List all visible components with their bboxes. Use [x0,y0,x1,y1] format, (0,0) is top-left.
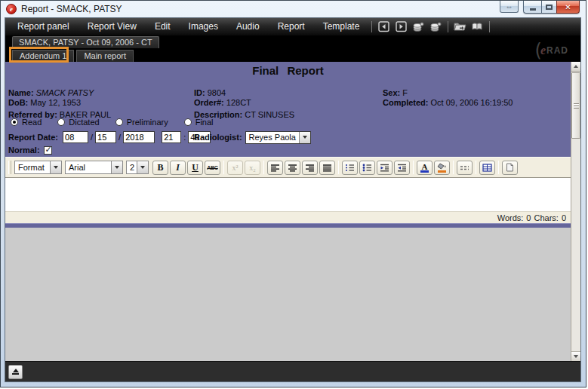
align-right-button[interactable] [302,161,318,175]
menu-report-panel[interactable]: Report panel [8,18,79,35]
font-size-value: 2 [127,163,137,172]
patient-info-column-1: Name: SMACK PATSY DoB: May 12, 1953 Refe… [8,88,111,120]
radiologist-select[interactable]: Reyes Paola [245,131,311,144]
menu-edit[interactable]: Edit [146,18,180,35]
normal-checkbox[interactable] [44,146,52,155]
menu-report-view[interactable]: Report View [79,18,146,35]
maximize-icon [546,5,553,10]
report-panel: Final Report Name: SMACK PATSY DoB: May … [5,62,571,361]
resize-button[interactable]: ⇔ [500,1,519,13]
radio-preliminary-icon [115,118,123,126]
nav-back-icon[interactable] [375,20,393,35]
menu-template[interactable]: Template [314,18,369,35]
record-stack-icon-2[interactable] [427,20,445,35]
tab-addendum-1[interactable]: Addendum 1 [12,50,74,62]
bullet-list-button[interactable] [359,161,375,175]
menu-images[interactable]: Images [180,18,227,35]
chevron-down-icon [50,161,61,173]
radio-dictated[interactable]: Dictated [57,118,99,127]
patient-info-column-2: ID: 9804 Order#: 128CT Description: CT S… [194,88,294,120]
radio-final-icon [184,118,192,126]
align-left-button[interactable] [267,161,283,175]
minimize-button[interactable] [523,1,541,14]
font-select[interactable]: Arial [65,161,123,174]
align-justify-button[interactable] [319,161,335,175]
font-size-select[interactable]: 2 [126,161,149,174]
eject-icon [13,369,19,372]
scroll-up-button[interactable] [571,62,580,72]
italic-button[interactable]: I [170,161,186,175]
radio-preliminary[interactable]: Preliminary [115,118,168,127]
highlight-color-button[interactable] [434,161,450,175]
name-value: SMACK PATSY [36,88,94,97]
indent-icon [397,164,407,172]
horizontal-rule-button[interactable] [457,161,473,175]
chars-label: Chars: [534,213,558,222]
align-center-button[interactable] [285,161,300,175]
font-select-value: Arial [66,163,111,172]
normal-label: Normal: [8,145,40,155]
patient-info-column-3: Sex: F Completed: Oct 09, 2006 16:19:50 [383,88,513,108]
toolbar-separator [476,161,476,174]
title-bar[interactable]: e Report - SMACK, PATSY [1,1,586,17]
format-select[interactable]: Format [14,161,62,174]
superscript-button[interactable]: x² [227,161,243,175]
radio-read[interactable]: Read [11,118,42,127]
report-date-label: Report Date: [8,133,58,142]
align-left-icon [270,164,280,172]
study-tab-row: SMACK, PATSY - Oct 09, 2006 - CT [5,35,580,48]
words-label: Words: [497,213,524,222]
normal-row: Normal: [8,145,52,155]
close-button[interactable]: ✕ [556,1,580,14]
highlight-color-swatch [438,170,446,173]
date-month-input[interactable] [63,131,88,143]
strikethrough-button[interactable]: ABC [205,161,220,175]
open-folder-icon[interactable] [451,20,469,35]
expand-panel-button[interactable] [8,365,23,379]
tab-study[interactable]: SMACK, PATSY - Oct 09, 2006 - CT [12,36,159,48]
status-radio-group: Read Dictated Preliminary Final [11,118,214,127]
font-color-button[interactable]: A [417,161,433,175]
ordered-list-button[interactable] [342,161,358,175]
order-value: 128CT [226,98,251,107]
tab-main-report[interactable]: Main report [76,50,134,62]
menu-audio[interactable]: Audio [227,18,269,35]
nav-forward-icon[interactable] [393,20,410,35]
vertical-scrollbar[interactable] [571,62,580,361]
time-hour-input[interactable] [162,131,181,143]
maximize-button[interactable] [541,1,556,14]
menu-separator [371,21,372,32]
book-icon[interactable] [469,20,486,35]
report-text-area[interactable] [5,177,571,211]
format-select-value: Format [15,163,50,172]
bullet-list-icon [362,164,372,172]
chevron-down-icon [137,161,148,173]
date-year-input[interactable] [123,131,155,143]
empty-panel [5,228,571,361]
align-justify-icon [322,164,332,172]
radio-read-icon [11,118,18,126]
document-icon [506,163,514,172]
record-stack-icon-1[interactable] [410,20,427,35]
outdent-icon [380,164,389,172]
app-logo-icon: e [6,4,17,14]
document-button[interactable] [502,161,518,175]
outdent-button[interactable] [377,161,393,175]
insert-table-button[interactable] [479,161,495,175]
logo-e: e [540,44,546,57]
font-color-swatch [420,170,429,173]
scrollbar-thumb[interactable] [571,72,580,139]
arrow-down-icon [574,355,578,358]
chars-value: 0 [562,213,566,222]
menu-report[interactable]: Report [269,18,314,35]
subscript-button[interactable]: x₂ [245,161,260,175]
sex-label: Sex: [383,88,400,97]
bold-button[interactable]: B [152,161,168,175]
indent-button[interactable] [394,161,410,175]
date-day-input[interactable] [95,131,116,143]
toolbar-grip[interactable] [8,161,11,174]
paint-bucket-icon [437,163,447,170]
scroll-down-button[interactable] [571,351,580,361]
underline-button[interactable]: U [187,161,203,175]
radio-final[interactable]: Final [184,118,214,127]
